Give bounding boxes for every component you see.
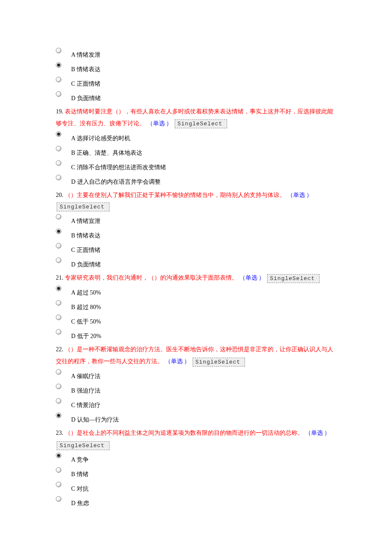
q18-option-d[interactable]: D 负面情绪 <box>56 90 337 105</box>
q20-option-b[interactable]: B 情绪表达 <box>56 228 337 242</box>
q19-option-b[interactable]: B 正确、清楚、具体地表达 <box>56 145 337 159</box>
q20-stem: 20. （）主要在使别人了解我们正处于某种不愉快的情绪当中，期待别人的支持与体谅… <box>56 189 337 201</box>
option-label: C 情景治疗 <box>71 397 101 410</box>
q22-option-c[interactable]: C 情景治疗 <box>56 397 337 412</box>
option-label: A 超过 50% <box>71 285 101 298</box>
q19-stem: 19. 表达情绪时要注意（），有些人喜欢在人多时或仗着权势来表达情绪，事实上这并… <box>56 106 337 130</box>
q20-option-d[interactable]: D 负面情绪 <box>56 257 337 271</box>
q22-option-b[interactable]: B 强迫疗法 <box>56 383 337 397</box>
q23-option-c[interactable]: C 对抗 <box>56 481 337 495</box>
question-text: （）主要在使别人了解我们正处于某种不愉快的情绪当中，期待别人的支持与体谅。 <box>65 192 285 198</box>
option-label: C 低于 50% <box>71 314 101 327</box>
q22-option-d[interactable]: D 认知—行为疗法 <box>56 412 337 426</box>
radio-icon[interactable] <box>56 398 61 404</box>
radio-icon[interactable] <box>56 413 61 418</box>
radio-icon[interactable] <box>56 482 61 487</box>
q22-option-a[interactable]: A 催眠疗法 <box>56 368 337 383</box>
option-label: D 负面情绪 <box>71 257 101 269</box>
q20-option-c[interactable]: C 正面情绪 <box>56 242 337 257</box>
option-label: C 正面情绪 <box>71 242 101 255</box>
option-label: A 情绪宣泄 <box>71 213 101 226</box>
q18-option-a[interactable]: A 情绪发泄 <box>56 47 337 61</box>
option-label: D 进入自己的内在语言并学会调整 <box>71 174 161 187</box>
radio-icon[interactable] <box>56 453 61 458</box>
radio-icon[interactable] <box>56 286 61 291</box>
q21-stem: 21. 专家研究表明，我们在沟通时，（）的沟通效果取决于面部表情。 （单选 ） … <box>56 272 337 284</box>
radio-icon[interactable] <box>56 257 61 263</box>
q20-option-a[interactable]: A 情绪宣泄 <box>56 213 337 228</box>
question-type-label: （单选 ） <box>147 120 173 127</box>
radio-icon[interactable] <box>56 214 61 220</box>
single-select-box[interactable]: SingleSelect <box>57 441 110 450</box>
option-label: A 竞争 <box>71 452 89 465</box>
radio-icon[interactable] <box>56 62 61 68</box>
single-select-box[interactable]: SingleSelect <box>193 358 245 367</box>
radio-icon[interactable] <box>56 467 61 473</box>
radio-icon[interactable] <box>56 175 61 180</box>
question-type-label: （单选 ） <box>305 430 331 436</box>
q22-stem: 22. （）是一种不断灌输观念的治疗方法。医生不断地告诉你，这种恐惧是非正常的，… <box>56 344 337 367</box>
radio-icon[interactable] <box>56 48 61 53</box>
radio-icon[interactable] <box>56 131 61 137</box>
question-type-label: （单选 ） <box>239 275 265 281</box>
question-number: 22. <box>56 346 63 353</box>
option-label: A 情绪发泄 <box>71 47 101 60</box>
single-select-box[interactable]: SingleSelect <box>57 202 110 211</box>
radio-icon[interactable] <box>56 369 61 375</box>
radio-icon[interactable] <box>56 146 61 151</box>
radio-icon[interactable] <box>56 91 61 97</box>
option-label: D 负面情绪 <box>71 90 101 103</box>
option-label: A 催眠疗法 <box>71 368 101 381</box>
option-label: D 认知—行为疗法 <box>71 412 119 425</box>
radio-icon[interactable] <box>56 228 61 234</box>
question-number: 20. <box>56 192 63 198</box>
q23-option-b[interactable]: B 情绪 <box>56 466 337 481</box>
single-select-box[interactable]: SingleSelect <box>267 274 320 283</box>
q18-option-b[interactable]: B 情绪表达 <box>56 61 337 76</box>
option-label: B 情绪表达 <box>71 61 101 74</box>
question-type-label: （单选 ） <box>165 358 190 364</box>
radio-icon[interactable] <box>56 315 61 320</box>
question-type-label: （单选 ） <box>287 192 313 198</box>
radio-icon[interactable] <box>56 243 61 249</box>
option-label: D 焦虑 <box>71 495 89 508</box>
q23-option-a[interactable]: A 竞争 <box>56 452 337 466</box>
radio-icon[interactable] <box>56 160 61 166</box>
q21-option-a[interactable]: A 超过 50% <box>56 285 337 299</box>
option-label: C 对抗 <box>71 481 89 494</box>
option-label: B 情绪 <box>71 466 89 479</box>
q19-option-a[interactable]: A 选择讨论感受的时机 <box>56 130 337 145</box>
option-label: B 强迫疗法 <box>71 383 101 396</box>
q21-option-b[interactable]: B 超过 80% <box>56 299 337 314</box>
option-label: B 超过 80% <box>71 299 101 312</box>
question-number: 21. <box>56 275 63 281</box>
question-number: 19. <box>56 108 63 115</box>
radio-icon[interactable] <box>56 77 61 82</box>
radio-icon[interactable] <box>56 384 61 389</box>
question-text: （）是社会上的不同利益主体之间为追逐某项为数有限的目的物而进行的一切活动的总称。 <box>65 430 303 436</box>
q21-option-c[interactable]: C 低于 50% <box>56 314 337 328</box>
q23-option-d[interactable]: D 焦虑 <box>56 495 337 510</box>
radio-icon[interactable] <box>56 300 61 306</box>
option-label: B 正确、清楚、具体地表达 <box>71 145 142 158</box>
single-select-box[interactable]: SingleSelect <box>175 119 228 128</box>
radio-icon[interactable] <box>56 496 61 502</box>
q19-option-d[interactable]: D 进入自己的内在语言并学会调整 <box>56 174 337 188</box>
question-number: 23. <box>56 430 63 436</box>
option-label: A 选择讨论感受的时机 <box>71 130 130 143</box>
option-label: C 正面情绪 <box>71 76 101 89</box>
question-text: 专家研究表明，我们在沟通时，（）的沟通效果取决于面部表情。 <box>65 275 238 281</box>
quiz-content: A 情绪发泄 B 情绪表达 C 正面情绪 D 负面情绪 19. 表达情绪时要注意… <box>56 47 337 510</box>
q23-stem: 23. （）是社会上的不同利益主体之间为追逐某项为数有限的目的物而进行的一切活动… <box>56 427 337 451</box>
radio-icon[interactable] <box>56 329 61 335</box>
option-label: C 消除不合情理的想法进而改变情绪 <box>71 159 166 172</box>
q19-option-c[interactable]: C 消除不合情理的想法进而改变情绪 <box>56 159 337 174</box>
q20-select-row: SingleSelect <box>56 202 337 211</box>
option-label: B 情绪表达 <box>71 228 101 240</box>
q21-option-d[interactable]: D 低于 20% <box>56 328 337 343</box>
option-label: D 低于 20% <box>71 328 101 341</box>
q18-option-c[interactable]: C 正面情绪 <box>56 76 337 90</box>
